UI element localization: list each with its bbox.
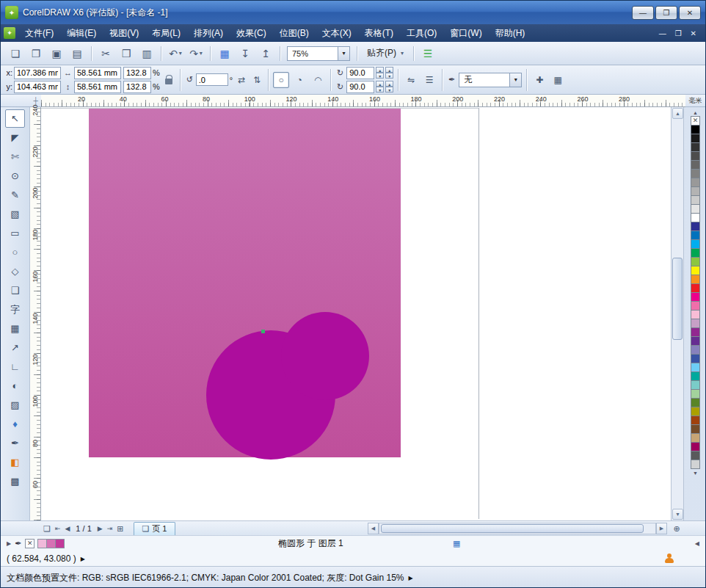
redo-button[interactable]: ↷▾ <box>186 44 205 63</box>
vertical-ruler[interactable]: 2402202001801601401201008060 <box>30 107 41 520</box>
scale-v-field[interactable] <box>123 81 151 93</box>
minimize-button[interactable]: — <box>632 6 654 20</box>
convert-to-curves-button[interactable]: ✚ <box>531 72 547 88</box>
arc-mode-button[interactable]: ◠ <box>310 72 326 88</box>
print-button[interactable]: ▤ <box>68 44 87 63</box>
end-angle-down-button[interactable]: ▾ <box>376 87 384 92</box>
status-flyout-button[interactable]: ▶ <box>7 540 11 547</box>
drawing-canvas[interactable] <box>41 107 671 520</box>
vertical-scroll-thumb[interactable] <box>672 258 683 340</box>
horizontal-scroll-track[interactable] <box>379 523 656 534</box>
rectangle-tool[interactable]: ▭ <box>5 224 25 242</box>
outline-pen-tool[interactable]: ✒ <box>5 434 25 452</box>
page-flip-button[interactable]: ❏ <box>43 524 51 534</box>
outline-width-select[interactable]: 无 ▾ <box>459 73 522 87</box>
application-launcher-button[interactable]: ▦ <box>215 44 234 63</box>
mirror-vertical-button[interactable]: ⇅ <box>250 73 263 87</box>
menu-item-layout[interactable]: 布局(L) <box>145 24 187 42</box>
start-angle-down-button[interactable]: ▾ <box>376 73 384 79</box>
zoom-caret-icon[interactable]: ▾ <box>338 47 349 60</box>
new-document-button[interactable]: ❏ <box>6 44 25 63</box>
lock-ratio-button[interactable] <box>162 73 175 87</box>
selection-node[interactable] <box>261 330 265 333</box>
rotation-angle-field[interactable] <box>196 73 228 86</box>
end-angle-field[interactable] <box>346 81 374 93</box>
end-angle-step-down-button[interactable]: ▾ <box>385 87 393 92</box>
outline-width-caret-icon[interactable]: ▾ <box>509 73 521 87</box>
proof-color-icon[interactable]: ▦ <box>453 539 460 548</box>
palette-scroll-down-button[interactable]: ▼ <box>691 469 700 477</box>
menu-item-tools[interactable]: 工具(O) <box>400 24 443 42</box>
basic-shapes-tool[interactable]: ❑ <box>5 281 25 300</box>
menu-item-arrange[interactable]: 排列(A) <box>187 24 230 42</box>
shape-tool[interactable]: ◤ <box>5 128 25 147</box>
next-page-button[interactable]: ▶ <box>98 525 103 532</box>
table-tool[interactable]: ▦ <box>5 319 25 338</box>
scroll-up-button[interactable]: ▲ <box>672 108 683 119</box>
horizontal-scrollbar[interactable]: ◀ ▶ <box>368 523 667 534</box>
x-position-field[interactable] <box>14 67 61 79</box>
menu-item-effects[interactable]: 效果(C) <box>230 24 273 42</box>
y-position-field[interactable] <box>14 81 61 93</box>
import-button[interactable]: ↧ <box>236 44 255 63</box>
menu-item-window[interactable]: 窗口(W) <box>443 24 488 42</box>
menu-item-table[interactable]: 表格(T) <box>358 24 400 42</box>
object-width-field[interactable] <box>74 67 121 79</box>
vertical-scrollbar[interactable]: ▲ ▼ <box>671 107 684 520</box>
save-button[interactable]: ▣ <box>47 44 66 63</box>
mirror-horizontal-button[interactable]: ⇄ <box>235 73 248 87</box>
start-angle-step-down-button[interactable]: ▾ <box>385 73 393 79</box>
zoom-level-select[interactable]: 75% ▾ <box>287 46 350 61</box>
freehand-tool[interactable]: ✎ <box>5 186 25 204</box>
object-height-field[interactable] <box>74 81 121 93</box>
connector-tool[interactable]: ∟ <box>5 357 25 376</box>
user-account-icon[interactable] <box>664 553 674 564</box>
crop-tool[interactable]: ✄ <box>5 148 25 166</box>
start-angle-step-up-button[interactable]: ▴ <box>385 67 393 73</box>
end-angle-step-up-button[interactable]: ▴ <box>385 81 393 87</box>
pie-mode-button[interactable]: ◔ <box>291 72 307 88</box>
menu-item-view[interactable]: 视图(V) <box>103 24 145 42</box>
palette-swatch-39[interactable] <box>691 460 700 469</box>
close-button[interactable]: ✕ <box>679 6 701 20</box>
maximize-button[interactable]: ❐ <box>655 6 677 20</box>
start-angle-up-button[interactable]: ▴ <box>376 67 384 73</box>
object-properties-button[interactable]: ▦ <box>550 72 566 88</box>
scroll-left-button[interactable]: ◀ <box>368 523 379 534</box>
ellipse-tool[interactable]: ○ <box>5 243 25 261</box>
blend-tool[interactable]: ◐ <box>5 377 25 395</box>
collapse-docker-button[interactable]: ◀ <box>695 540 699 547</box>
color-eyedropper-tool[interactable]: ♦ <box>5 415 25 433</box>
add-page-button[interactable]: ⊞ <box>117 524 123 534</box>
small-ellipse-shape[interactable] <box>281 312 369 400</box>
ellipse-mode-button[interactable]: ○ <box>273 72 289 88</box>
options-button[interactable]: ☰ <box>418 44 437 63</box>
pick-tool[interactable]: ↖ <box>5 109 25 128</box>
menu-item-edit[interactable]: 编辑(E) <box>60 24 103 42</box>
export-button[interactable]: ↥ <box>256 44 275 63</box>
horizontal-scroll-thumb[interactable] <box>381 524 644 533</box>
undo-button[interactable]: ↶▾ <box>166 44 185 63</box>
snap-to-dropdown[interactable]: 贴齐(P) ▾ <box>361 45 410 62</box>
paste-button[interactable]: ▥ <box>137 44 156 63</box>
dimension-tool[interactable]: ↗ <box>5 338 25 357</box>
end-angle-up-button[interactable]: ▴ <box>376 81 384 87</box>
open-button[interactable]: ❐ <box>26 44 46 63</box>
horizontal-ruler[interactable]: 20406080100120140160180200220240260280 <box>41 95 687 107</box>
polygon-tool[interactable]: ◇ <box>5 262 25 280</box>
copy-button[interactable]: ❒ <box>117 44 136 63</box>
page-tab[interactable]: ❏ 页 1 <box>134 522 175 535</box>
color-profile-flyout-icon[interactable]: ▶ <box>409 575 413 581</box>
doc-close-button[interactable]: ✕ <box>691 29 696 37</box>
first-page-button[interactable]: ⇤ <box>55 525 61 532</box>
interactive-fill-tool[interactable]: ▩ <box>5 472 25 490</box>
smart-fill-tool[interactable]: ▧ <box>5 205 25 223</box>
doc-restore-button[interactable]: ❐ <box>675 29 682 37</box>
text-wrap-button[interactable]: ☰ <box>421 72 437 88</box>
menu-item-text[interactable]: 文本(X) <box>316 24 358 42</box>
scale-h-field[interactable] <box>123 67 151 79</box>
scroll-right-button[interactable]: ▶ <box>656 523 667 534</box>
scroll-down-button[interactable]: ▼ <box>672 509 683 520</box>
doc-minimize-button[interactable]: — <box>659 29 666 37</box>
zoom-fit-button[interactable]: ⊕ <box>670 523 683 534</box>
